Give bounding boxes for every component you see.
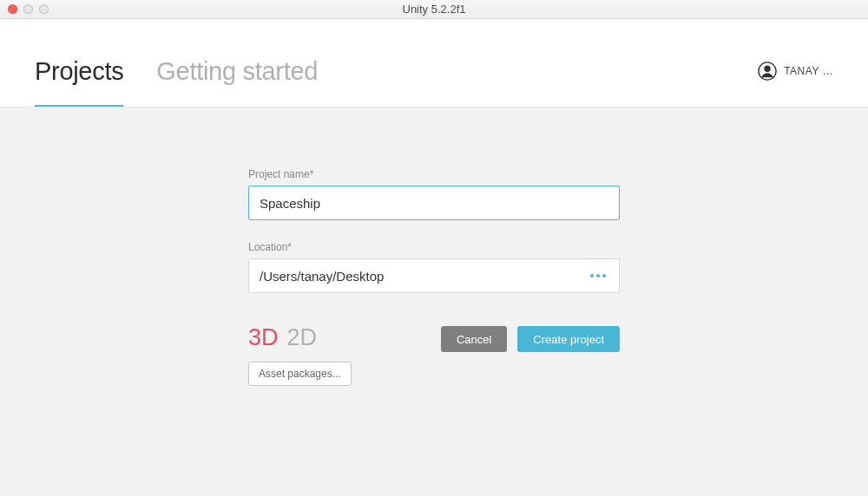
project-name-label: Project name* <box>248 168 620 180</box>
location-label: Location* <box>248 241 620 253</box>
window-close-button[interactable] <box>8 4 17 14</box>
browse-location-button[interactable] <box>577 259 619 292</box>
dots-icon <box>602 274 606 277</box>
window-title: Unity 5.2.2f1 <box>0 3 868 16</box>
content-area: Project name* Location* /Users/tanay/Des… <box>0 108 868 386</box>
window-controls <box>0 4 49 14</box>
location-field[interactable]: /Users/tanay/Desktop <box>248 258 620 293</box>
option-3d[interactable]: 3D <box>248 324 279 351</box>
user-menu[interactable]: TANAY … <box>758 62 833 107</box>
avatar-icon <box>758 62 777 81</box>
option-2d[interactable]: 2D <box>287 324 318 351</box>
cancel-button[interactable]: Cancel <box>441 326 507 352</box>
header-bar: Projects Getting started TANAY … <box>0 19 868 108</box>
window-minimize-button[interactable] <box>23 4 33 14</box>
tab-getting-started[interactable]: Getting started <box>156 57 318 107</box>
tabs: Projects Getting started <box>35 57 758 107</box>
window-maximize-button[interactable] <box>39 4 49 14</box>
dimension-toggle: 3D 2D <box>248 324 352 351</box>
dots-icon <box>590 274 594 277</box>
svg-point-1 <box>764 66 770 72</box>
dots-icon <box>596 274 600 277</box>
asset-packages-button[interactable]: Asset packages... <box>248 362 352 386</box>
tab-projects[interactable]: Projects <box>35 57 123 107</box>
create-project-button[interactable]: Create project <box>517 326 620 352</box>
location-value: /Users/tanay/Desktop <box>249 259 577 292</box>
titlebar: Unity 5.2.2f1 <box>0 0 868 19</box>
project-name-input[interactable] <box>248 186 620 220</box>
user-name: TANAY … <box>784 65 833 77</box>
new-project-form: Project name* Location* /Users/tanay/Des… <box>248 168 620 386</box>
